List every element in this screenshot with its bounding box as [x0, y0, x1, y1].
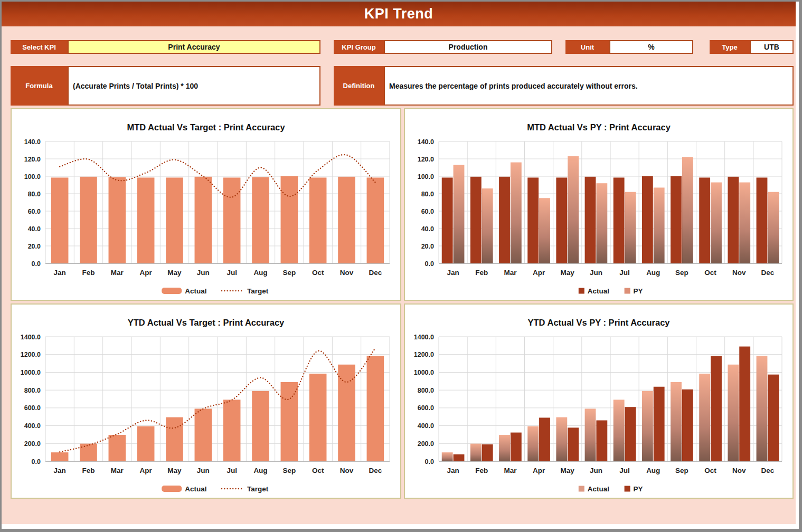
svg-text:1000.0: 1000.0 [21, 369, 41, 376]
svg-text:Oct: Oct [704, 467, 716, 474]
svg-text:Apr: Apr [140, 269, 153, 277]
unit-value: % [609, 40, 693, 54]
svg-text:200.0: 200.0 [24, 440, 41, 448]
svg-text:Jul: Jul [227, 269, 237, 277]
svg-text:800.0: 800.0 [418, 387, 434, 394]
svg-text:20.0: 20.0 [421, 243, 434, 250]
mtd-actual-vs-target-panel: MTD Actual Vs Target : Print Accuracy 0.… [11, 108, 401, 301]
svg-text:40.0: 40.0 [28, 225, 41, 233]
unit-label: Unit [565, 40, 609, 54]
svg-text:Jun: Jun [197, 467, 210, 474]
svg-text:120.0: 120.0 [418, 156, 434, 163]
svg-text:Nov: Nov [732, 269, 746, 277]
select-kpi-dropdown[interactable]: Print Accuracy [68, 40, 320, 54]
svg-text:Mar: Mar [111, 467, 124, 474]
svg-text:Aug: Aug [253, 467, 267, 474]
svg-text:Jul: Jul [619, 269, 630, 277]
svg-text:Target: Target [247, 287, 269, 295]
svg-text:Nov: Nov [732, 467, 746, 474]
svg-text:Sep: Sep [675, 467, 688, 474]
kpi-group-value: Production [384, 40, 552, 54]
svg-text:400.0: 400.0 [418, 422, 434, 430]
svg-text:600.0: 600.0 [24, 404, 41, 412]
svg-text:Nov: Nov [340, 467, 354, 474]
chart-title: YTD Actual Vs Target : Print Accuracy [12, 305, 400, 329]
svg-text:Apr: Apr [140, 467, 153, 474]
svg-text:1200.0: 1200.0 [414, 351, 434, 358]
svg-text:Actual: Actual [588, 485, 609, 493]
mtd-actual-vs-py-panel: MTD Actual Vs PY : Print Accuracy 0.020.… [404, 108, 794, 301]
svg-text:1200.0: 1200.0 [21, 351, 41, 358]
svg-text:800.0: 800.0 [24, 387, 41, 394]
formula-label: Formula [11, 66, 68, 106]
kpi-group-label: KPI Group [334, 40, 384, 54]
svg-text:Dec: Dec [761, 269, 775, 277]
chart-title: MTD Actual Vs Target : Print Accuracy [12, 109, 400, 134]
type-value: UTB [750, 40, 794, 54]
svg-text:Mar: Mar [504, 269, 517, 277]
dashboard-window: KPI Trend Select KPI Print Accuracy KPI … [0, 0, 802, 532]
right-gutter [796, 2, 799, 529]
ytd-actual-vs-target-chart: 0.0200.0400.0600.0800.01000.01200.01400.… [12, 329, 400, 499]
svg-text:Sep: Sep [675, 269, 688, 277]
svg-text:Actual: Actual [185, 485, 206, 493]
svg-text:Target: Target [247, 485, 269, 493]
mtd-actual-vs-target-chart: 0.020.040.060.080.0100.0120.0140.0JanFeb… [12, 134, 400, 301]
svg-text:Oct: Oct [312, 467, 324, 474]
svg-text:May: May [561, 269, 575, 277]
svg-text:Feb: Feb [475, 269, 488, 277]
svg-text:Feb: Feb [82, 269, 95, 277]
svg-text:140.0: 140.0 [24, 138, 41, 146]
svg-text:Actual: Actual [185, 287, 206, 295]
svg-text:100.0: 100.0 [24, 173, 41, 180]
svg-text:80.0: 80.0 [28, 191, 41, 198]
svg-text:Dec: Dec [369, 269, 382, 277]
select-kpi-label: Select KPI [11, 40, 68, 54]
svg-text:May: May [561, 467, 575, 474]
svg-text:Jan: Jan [447, 467, 459, 474]
svg-text:May: May [167, 269, 182, 277]
ytd-actual-vs-py-panel: YTD Actual Vs PY : Print Accuracy 0.0200… [404, 303, 794, 499]
svg-text:PY: PY [634, 485, 643, 493]
svg-text:Aug: Aug [253, 269, 267, 277]
svg-text:60.0: 60.0 [421, 208, 434, 215]
svg-text:Jun: Jun [590, 269, 602, 277]
svg-text:Jan: Jan [54, 467, 66, 474]
chart-title: YTD Actual Vs PY : Print Accuracy [405, 305, 792, 329]
svg-text:140.0: 140.0 [418, 138, 434, 146]
svg-text:Nov: Nov [340, 269, 354, 277]
svg-text:Dec: Dec [761, 467, 775, 474]
svg-text:1400.0: 1400.0 [414, 334, 434, 341]
svg-text:120.0: 120.0 [24, 156, 41, 163]
svg-text:1400.0: 1400.0 [21, 334, 41, 341]
svg-text:400.0: 400.0 [24, 422, 41, 430]
svg-text:Sep: Sep [282, 269, 296, 277]
svg-text:Oct: Oct [704, 269, 716, 277]
svg-text:600.0: 600.0 [418, 404, 434, 412]
svg-text:Mar: Mar [504, 467, 517, 474]
svg-text:Apr: Apr [533, 269, 545, 277]
svg-text:Jun: Jun [197, 269, 210, 277]
svg-text:1000.0: 1000.0 [414, 369, 434, 376]
svg-text:Feb: Feb [475, 467, 488, 474]
svg-text:Jan: Jan [447, 269, 459, 277]
svg-text:200.0: 200.0 [418, 440, 434, 448]
page-title: KPI Trend [364, 6, 433, 22]
svg-text:Apr: Apr [533, 467, 545, 474]
chart-title: MTD Actual Vs PY : Print Accuracy [405, 109, 792, 134]
svg-text:0.0: 0.0 [32, 458, 41, 466]
svg-text:Aug: Aug [646, 269, 660, 277]
svg-text:Feb: Feb [82, 467, 95, 474]
svg-text:Dec: Dec [369, 467, 382, 474]
svg-text:0.0: 0.0 [32, 260, 41, 268]
svg-text:Oct: Oct [312, 269, 324, 277]
ytd-actual-vs-target-panel: YTD Actual Vs Target : Print Accuracy 0.… [11, 303, 401, 499]
svg-text:Jul: Jul [227, 467, 237, 474]
definition-value: Measures the percentage of prints produc… [384, 66, 794, 106]
svg-text:Actual: Actual [588, 287, 609, 295]
svg-text:May: May [167, 467, 182, 474]
svg-text:0.0: 0.0 [425, 260, 434, 268]
type-label: Type [710, 40, 750, 54]
svg-text:Sep: Sep [282, 467, 296, 474]
formula-value: (Accurate Prints / Total Prints) * 100 [68, 66, 320, 106]
